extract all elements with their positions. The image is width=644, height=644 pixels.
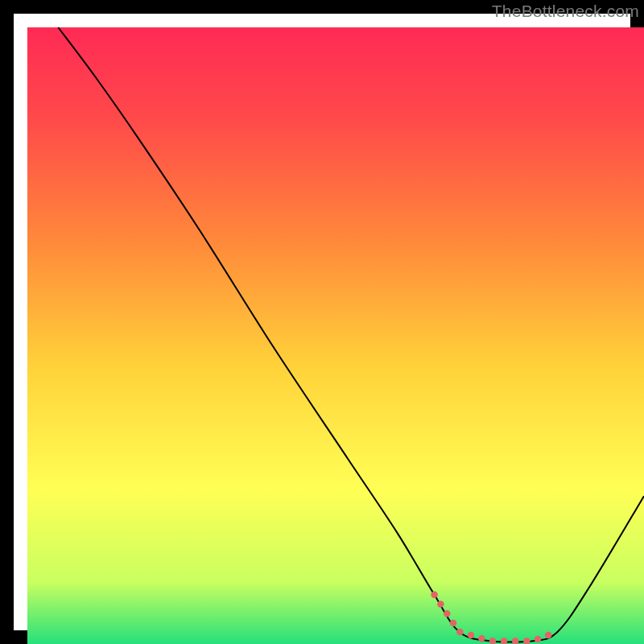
watermark-text: TheBottleneck.com [492, 2, 639, 21]
chart-frame [0, 0, 644, 644]
bottleneck-curve [27, 27, 644, 644]
plot-area [27, 27, 644, 644]
